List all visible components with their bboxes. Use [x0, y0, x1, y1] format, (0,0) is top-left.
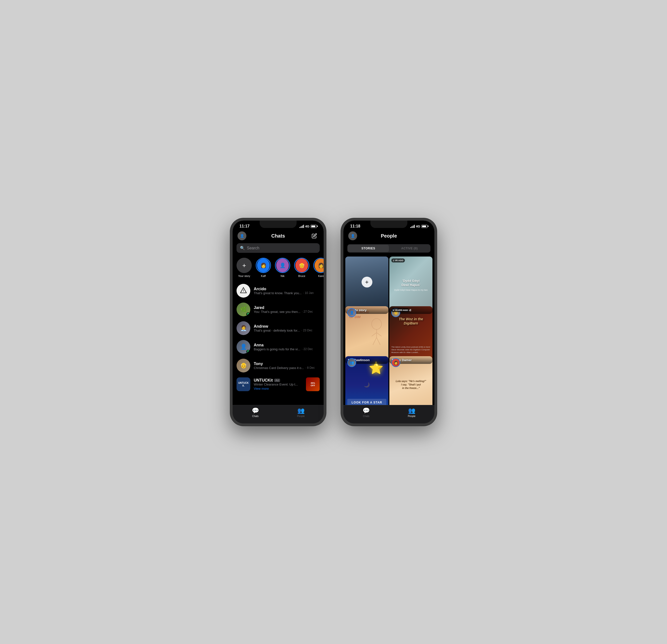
- arcido-logo: [240, 287, 247, 295]
- chat-list: Arcido That's great to know. Thank you..…: [232, 281, 324, 405]
- chats-tab-label-right: Chats: [363, 415, 369, 418]
- chat-info-tony: Tony Christmas Card Delivery pass it o..…: [254, 361, 320, 370]
- svg-line-4: [372, 333, 377, 336]
- content-tabs: STORIES ACTIVE (0): [347, 244, 430, 253]
- status-icons-left: 4G: [299, 225, 317, 228]
- stories-row: + Your story 👩 Kaff 👤 Nik: [232, 256, 324, 281]
- kari-story-card[interactable]: 'Dydd GŵylDewi Hapus' Dydd Gŵyl Dewi Hap…: [389, 257, 433, 314]
- chat-avatar-arcido: [237, 284, 250, 297]
- star-story-avatar: 👥: [347, 358, 356, 367]
- user-avatar-left[interactable]: 👤: [238, 231, 246, 240]
- add-story-plus-button[interactable]: +: [361, 276, 372, 287]
- story-item-bruce[interactable]: 👴 Bruce: [294, 258, 309, 277]
- chat-date-tony: · 8 Dec: [306, 366, 315, 370]
- chat-name-anna: Anna: [254, 343, 320, 347]
- left-phone: 11:17 4G 👤 Chats: [230, 218, 326, 426]
- notch: [260, 221, 297, 228]
- story-avatar-nik: 👤: [276, 258, 289, 272]
- chat-info-jared: Jared You: That's great, see you then...…: [254, 306, 320, 313]
- add-to-story-card[interactable]: + Add to story: [345, 257, 388, 314]
- chat-info-untuck: UNTUCKit Ad Winter Clearance Event: Up t…: [254, 378, 303, 391]
- story-avatar-bruce: 👴: [295, 258, 308, 272]
- tab-chats-right[interactable]: 💬 Chats: [343, 407, 389, 418]
- user-avatar-right[interactable]: 👤: [348, 231, 357, 240]
- network-type-right: 4G: [416, 225, 420, 228]
- chats-tab-icon-right: 💬: [362, 407, 370, 414]
- search-placeholder: Search: [247, 246, 259, 251]
- search-bar[interactable]: 🔍 Search: [237, 243, 320, 253]
- battery-icon: [311, 225, 317, 228]
- chats-tab-icon: 💬: [252, 407, 259, 414]
- battery-icon-right: [421, 225, 427, 228]
- people-tab-label-right: People: [408, 415, 416, 418]
- status-time-left: 11:17: [240, 224, 249, 228]
- tab-stories[interactable]: STORIES: [348, 245, 389, 252]
- left-screen: 11:17 4G 👤 Chats: [232, 221, 324, 423]
- story-ring-kare: 👩: [313, 258, 324, 273]
- chat-info-andrew: Andrew That's great - definitely look fo…: [254, 324, 320, 332]
- page-title-left: Chats: [271, 233, 285, 239]
- story-label-nik: Nik: [281, 274, 284, 277]
- chat-item-jared[interactable]: 🌿 41m Jared You: That's great, see you t…: [232, 300, 324, 319]
- tab-chats-left[interactable]: 💬 Chats: [232, 407, 278, 418]
- chat-name-arcido: Arcido: [254, 287, 320, 291]
- chat-item-anna[interactable]: 👤 20m Anna Baggers is going nuts for the…: [232, 338, 324, 356]
- tab-people-left[interactable]: 👥 People: [278, 407, 324, 418]
- nik-story-card[interactable]: SOME MOREOF DIM 👤: [345, 306, 388, 364]
- chat-avatar-tony: 👴: [237, 359, 250, 372]
- chat-avatar-anna: 👤 20m: [237, 340, 250, 354]
- chat-meta-arcido: That's great to know. Thank you... · 10 …: [254, 291, 320, 295]
- story-item-nik[interactable]: 👤 Nik: [275, 258, 290, 277]
- status-icons-right: 4G: [410, 225, 427, 228]
- story-ring-kaff: 👩: [256, 258, 271, 273]
- chat-date-anna: · 22 Dec: [302, 347, 313, 351]
- kari-bg: 'Dydd GŵylDewi Hapus' Dydd Gŵyl Dewi Hap…: [389, 257, 433, 314]
- story-label-bruce: Bruce: [298, 274, 306, 277]
- online-badge-jared: 41m: [246, 312, 250, 316]
- chat-item-andrew[interactable]: 🧑‍💼 Andrew That's great - definitely loo…: [232, 319, 324, 338]
- page-title-right: People: [381, 233, 397, 239]
- story-avatar-kaff: 👩: [257, 258, 270, 272]
- chat-date-jared: · 27 Dec: [302, 310, 313, 313]
- chat-avatar-andrew: 🧑‍💼: [237, 321, 250, 335]
- chats-header: 👤 Chats: [232, 229, 324, 243]
- tab-bar-right: 💬 Chats 👥 People: [343, 405, 435, 423]
- your-story-item[interactable]: + Your story: [237, 258, 252, 277]
- bruce-time-badge: 4 YEARS AGO: [391, 308, 409, 312]
- people-tab-label: People: [297, 415, 305, 418]
- bruce-story-card[interactable]: The Woz in the DigiBarn The latest Levit…: [389, 306, 433, 364]
- chat-meta-anna: Baggers is going nuts for the vi... · 22…: [254, 347, 320, 351]
- svg-line-6: [373, 338, 377, 345]
- your-story-label: Your story: [238, 274, 250, 277]
- svg-line-7: [377, 338, 380, 345]
- signal-bars: [299, 225, 304, 228]
- chat-name-andrew: Andrew: [254, 324, 320, 329]
- chat-date-arcido: · 10 Jan: [303, 291, 313, 295]
- story-ring-nik: 👤: [275, 258, 290, 273]
- story-item-kare[interactable]: 👩 Kare: [313, 258, 324, 277]
- notch-right: [370, 221, 407, 228]
- chat-item-tony[interactable]: 👴 Tony Christmas Card Delivery pass it o…: [232, 356, 324, 375]
- signal-bars-right: [410, 225, 415, 228]
- chat-preview-untuck: Winter Clearance Event: Up t...: [254, 383, 303, 386]
- view-more-link[interactable]: View more: [254, 387, 269, 390]
- tab-people-right[interactable]: 👥 People: [389, 407, 435, 418]
- add-story-button[interactable]: +: [237, 258, 252, 273]
- story-avatar-kare: 👩: [314, 258, 324, 272]
- chat-avatar-jared: 🌿 41m: [237, 303, 250, 316]
- chats-tab-label: Chats: [252, 415, 258, 418]
- chat-name-tony: Tony: [254, 361, 320, 366]
- compose-icon[interactable]: [310, 231, 319, 240]
- story-label-kare: Kare: [318, 274, 324, 277]
- chat-preview-arcido: That's great to know. Thank you...: [254, 291, 302, 295]
- lola-story-avatar: 👩: [391, 358, 400, 367]
- chat-item-arcido[interactable]: Arcido That's great to know. Thank you..…: [232, 281, 324, 300]
- people-tab-icon-right: 👥: [408, 407, 416, 414]
- chat-item-untuckit[interactable]: UNTUCK it. UNTUCKit Ad Winter Clearance …: [232, 375, 324, 393]
- right-screen: 11:18 4G 👤 People: [343, 221, 435, 423]
- people-header: 👤 People: [343, 229, 435, 243]
- story-item-kaff[interactable]: 👩 Kaff: [256, 258, 271, 277]
- ad-thumbnail: 35%OFF: [306, 377, 320, 391]
- tab-active[interactable]: ACTIVE (0): [389, 245, 430, 252]
- kari-time-badge: 1 YR AGO: [391, 258, 405, 262]
